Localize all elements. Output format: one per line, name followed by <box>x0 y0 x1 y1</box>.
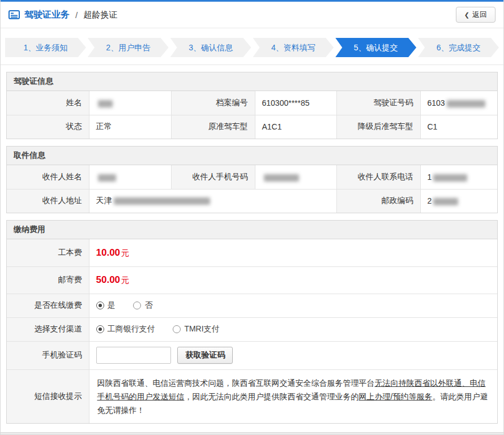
section-title: 驾驶证信息 <box>7 72 497 91</box>
page-subtitle: 超龄换证 <box>83 10 117 20</box>
field-value-license-no: 6103 <box>420 91 497 115</box>
back-button[interactable]: ❮ 返回 <box>456 7 496 23</box>
section-license-info: 驾驶证信息 姓名 档案编号 610300****85 驾驶证号码 6103 状态… <box>6 72 498 139</box>
field-value-new-class: C1 <box>420 115 497 139</box>
section-fees: 缴纳费用 工本费 10.00元 邮寄费 50.00元 是否在线缴费 <box>6 220 498 424</box>
notice-part: ，因此无法向此类用户提供陕西省交通管理业务的 <box>185 392 359 401</box>
license-info-table: 姓名 档案编号 610300****85 驾驶证号码 6103 状态 正常 原准… <box>7 91 497 139</box>
field-value-file-no: 610300****85 <box>255 91 336 115</box>
pay-channel-options: 工商银行支付 TMRI支付 <box>89 317 497 341</box>
footer-strip <box>1 432 503 434</box>
field-value-orig-class: A1C1 <box>255 115 336 139</box>
radio-label: 是 <box>108 300 116 311</box>
field-value-zip: 2 <box>420 189 497 213</box>
field-label-online-pay: 是否在线缴费 <box>7 294 89 317</box>
field-label-cost: 工本费 <box>7 239 89 266</box>
notice-part: 因陕西省联通、电信运营商技术问题，陕西省互联网交通安全综合服务管理平台 <box>97 378 375 387</box>
step-nav: 1、业务须知 2、用户申告 3、确认信息 4、资料填写 5、确认提交 6、完成提… <box>1 28 503 65</box>
radio-label: 工商银行支付 <box>108 324 155 334</box>
field-label-recipient-mobile: 收件人手机号码 <box>171 165 255 189</box>
field-value-status: 正常 <box>89 115 171 139</box>
field-value-name <box>89 91 171 115</box>
section-title: 缴纳费用 <box>7 221 497 239</box>
field-value-recipient-name <box>89 165 171 189</box>
get-code-button[interactable]: 获取验证码 <box>177 347 233 364</box>
step-tab-5[interactable]: 5、确认提交 <box>335 38 416 57</box>
field-label-recipient-name: 收件人姓名 <box>7 165 89 189</box>
section-title: 取件信息 <box>7 147 497 165</box>
page-title: 驾驶证业务 <box>24 9 70 21</box>
license-no-prefix: 6103 <box>428 98 445 107</box>
field-label-orig-class: 原准驾车型 <box>171 115 255 139</box>
redacted-value <box>114 197 210 205</box>
field-label-new-class: 降级后准驾车型 <box>336 115 420 139</box>
online-pay-options: 是 否 <box>89 294 497 317</box>
step-tab-label: 6、完成提交 <box>437 43 481 52</box>
step-tab-label: 4、资料填写 <box>271 43 315 52</box>
section-pickup-info: 取件信息 收件人姓名 收件人手机号码 收件人联系电话 1 收件人地址 天津 邮政… <box>6 146 498 213</box>
cost-unit: 元 <box>121 248 129 257</box>
radio-unselected-icon <box>133 302 141 309</box>
field-label-address: 收件人地址 <box>7 189 89 213</box>
redacted-value <box>433 174 467 182</box>
field-label-postage: 邮寄费 <box>7 266 89 294</box>
title-separator: / <box>75 10 78 20</box>
back-button-label: 返回 <box>472 10 487 20</box>
field-label-zip: 邮政编码 <box>336 189 420 213</box>
field-label-pay-channel: 选择支付渠道 <box>7 317 89 341</box>
postage-unit: 元 <box>121 275 129 285</box>
field-label-sms-code: 手机验证码 <box>7 341 89 369</box>
step-tab-2[interactable]: 2、用户申告 <box>88 38 169 57</box>
field-value-recipient-mobile <box>255 165 336 189</box>
field-value-postage: 50.00元 <box>89 266 497 294</box>
radio-label: TMRI支付 <box>184 324 219 334</box>
field-label-recipient-phone: 收件人联系电话 <box>336 165 420 189</box>
sms-code-input[interactable] <box>96 347 171 364</box>
radio-online-yes[interactable]: 是 <box>96 300 116 311</box>
field-value-recipient-phone: 1 <box>420 165 497 189</box>
postage-amount: 50.00 <box>96 274 121 285</box>
step-tab-6[interactable]: 6、完成提交 <box>418 38 499 57</box>
cost-amount: 10.00 <box>96 247 121 258</box>
radio-unselected-icon <box>173 325 181 333</box>
step-tab-label: 5、确认提交 <box>354 43 398 52</box>
redacted-value <box>264 174 299 182</box>
phone-prefix: 1 <box>428 173 432 182</box>
zip-prefix: 2 <box>428 196 432 205</box>
radio-channel-icbc[interactable]: 工商银行支付 <box>96 324 155 334</box>
field-label-status: 状态 <box>7 115 89 139</box>
sms-notice-text: 因陕西省联通、电信运营商技术问题，陕西省互联网交通安全综合服务管理平台无法向持陕… <box>89 369 497 423</box>
pickup-info-table: 收件人姓名 收件人手机号码 收件人联系电话 1 收件人地址 天津 邮政编码 2 <box>7 165 497 213</box>
address-prefix: 天津 <box>96 196 112 205</box>
field-label-file-no: 档案编号 <box>171 91 255 115</box>
field-label-license-no: 驾驶证号码 <box>336 91 420 115</box>
field-value-cost: 10.00元 <box>89 239 497 266</box>
notice-part-underlined: 网上办理/预约等服务 <box>359 392 433 401</box>
radio-selected-icon <box>96 302 104 309</box>
radio-label: 否 <box>144 300 152 311</box>
radio-selected-icon <box>96 325 104 333</box>
step-tab-label: 2、用户申告 <box>106 43 150 52</box>
step-tab-3[interactable]: 3、确认信息 <box>170 38 251 57</box>
sms-code-row: 获取验证码 <box>89 341 497 369</box>
back-arrow-icon: ❮ <box>464 11 469 19</box>
field-label-sms-notice: 短信接收提示 <box>7 369 89 423</box>
step-tab-label: 3、确认信息 <box>189 43 233 52</box>
step-tab-1[interactable]: 1、业务须知 <box>5 38 86 57</box>
radio-online-no[interactable]: 否 <box>133 300 152 311</box>
page: 驾驶证业务 / 超龄换证 ❮ 返回 1、业务须知 2、用户申告 3、确认信息 4… <box>0 0 504 435</box>
header-left: 驾驶证业务 / 超龄换证 <box>8 9 117 21</box>
header: 驾驶证业务 / 超龄换证 ❮ 返回 <box>1 2 503 28</box>
field-value-address: 天津 <box>89 189 336 213</box>
license-service-icon <box>8 10 20 19</box>
step-tab-4[interactable]: 4、资料填写 <box>253 38 334 57</box>
redacted-value <box>98 174 116 182</box>
redacted-value <box>433 198 458 205</box>
radio-channel-tmri[interactable]: TMRI支付 <box>173 324 219 334</box>
fees-table: 工本费 10.00元 邮寄费 50.00元 是否在线缴费 是 <box>7 239 497 423</box>
step-tab-label: 1、业务须知 <box>24 43 68 52</box>
redacted-value <box>447 100 485 107</box>
field-label-name: 姓名 <box>7 91 89 115</box>
redacted-value <box>98 100 113 107</box>
